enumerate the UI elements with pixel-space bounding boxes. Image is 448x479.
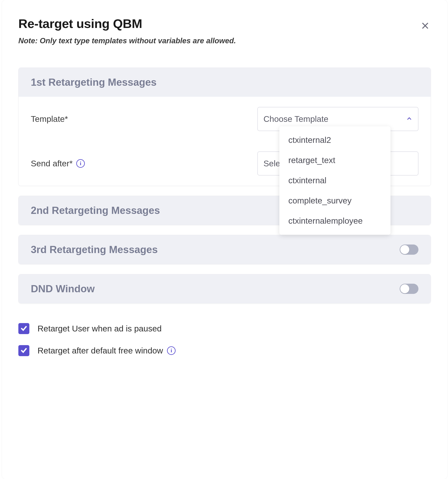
- template-option[interactable]: ctxinternal: [279, 170, 390, 191]
- section-1st-header[interactable]: 1st Retargeting Messages: [19, 68, 431, 97]
- template-dropdown: ctxinternal2 retarget_text ctxinternal c…: [279, 126, 390, 235]
- toggle-knob: [400, 245, 409, 254]
- retarget-free-window-label: Retarget after default free window i: [38, 346, 175, 356]
- check-icon: [20, 346, 28, 355]
- retarget-free-window-checkbox[interactable]: [18, 345, 29, 356]
- section-dnd-toggle[interactable]: [400, 284, 418, 294]
- section-3rd-toggle[interactable]: [400, 245, 418, 255]
- section-3rd-title: 3rd Retargeting Messages: [31, 244, 158, 255]
- toggle-knob: [400, 284, 409, 293]
- template-label: Template*: [31, 114, 257, 124]
- template-option[interactable]: complete_survey: [279, 191, 390, 211]
- modal-title: Re-target using QBM: [18, 16, 431, 31]
- check-icon: [20, 324, 28, 333]
- template-select-value: Choose Template: [263, 114, 328, 124]
- section-1st-title: 1st Retargeting Messages: [31, 76, 157, 88]
- retarget-paused-checkbox[interactable]: [18, 323, 29, 334]
- retarget-paused-row: Retarget User when ad is paused: [18, 323, 431, 334]
- section-3rd-retargeting: 3rd Retargeting Messages: [18, 235, 431, 264]
- template-option[interactable]: ctxinternalemployee: [279, 211, 390, 231]
- modal-header: Re-target using QBM Note: Only text type…: [18, 16, 431, 45]
- section-3rd-header[interactable]: 3rd Retargeting Messages: [19, 235, 431, 264]
- section-dnd-header[interactable]: DND Window: [19, 274, 431, 303]
- chevron-up-icon: [406, 114, 412, 124]
- close-icon: [421, 21, 430, 31]
- section-1st-body: Template* Choose Template ctxinternal2 r…: [19, 97, 431, 186]
- section-dnd-window: DND Window: [18, 274, 431, 304]
- section-1st-retargeting: 1st Retargeting Messages Template* Choos…: [18, 67, 431, 186]
- send-after-label: Send after* i: [31, 159, 257, 168]
- modal-note: Note: Only text type templates without v…: [18, 37, 431, 45]
- retarget-paused-label: Retarget User when ad is paused: [38, 324, 162, 333]
- info-icon[interactable]: i: [167, 346, 175, 355]
- retarget-modal: Re-target using QBM Note: Only text type…: [2, 0, 447, 479]
- template-option[interactable]: ctxinternal2: [279, 130, 390, 150]
- section-dnd-title: DND Window: [31, 283, 95, 295]
- section-2nd-title: 2nd Retargeting Messages: [31, 205, 160, 216]
- options-block: Retarget User when ad is paused Retarget…: [18, 323, 431, 356]
- close-button[interactable]: [419, 20, 431, 32]
- retarget-free-window-row: Retarget after default free window i: [18, 345, 431, 356]
- template-option[interactable]: retarget_text: [279, 150, 390, 170]
- info-icon[interactable]: i: [76, 159, 85, 168]
